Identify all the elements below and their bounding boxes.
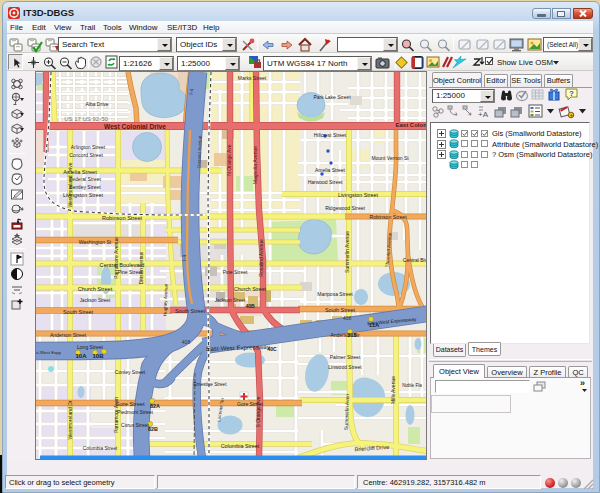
- svg-text:S Orange Ave: S Orange Ave: [255, 396, 261, 427]
- svg-text:South Street: South Street: [325, 307, 355, 313]
- svg-text:Concord Street: Concord Street: [69, 152, 103, 158]
- svg-text:Church Street: Church Street: [234, 286, 267, 292]
- svg-text:Harwood Street: Harwood Street: [308, 179, 343, 185]
- svg-text:Marks Street: Marks Street: [238, 75, 267, 81]
- svg-text:Church Street: Church Street: [78, 286, 113, 292]
- svg-text:318: 318: [348, 332, 357, 338]
- svg-text:40B: 40B: [245, 303, 255, 309]
- svg-text:I-4: I-4: [181, 255, 187, 261]
- svg-text:Hillcrest Street: Hillcrest Street: [314, 132, 347, 138]
- svg-text:Columbia Street: Columbia Street: [221, 443, 260, 449]
- svg-text:Central Blv: Central Blv: [403, 257, 426, 263]
- svg-text:Federal Street: Federal Street: [69, 176, 101, 182]
- svg-text:Mills Avenue: Mills Avenue: [390, 376, 396, 404]
- svg-text:Linwood Street: Linwood Street: [328, 364, 362, 370]
- svg-text:South Street: South Street: [175, 308, 205, 314]
- svg-text:Park Lake Street: Park Lake Street: [313, 94, 351, 100]
- svg-text:Summerlin Aven: Summerlin Aven: [343, 393, 350, 430]
- svg-text:Parramore Avenue: Parramore Avenue: [113, 237, 119, 279]
- svg-text:Palmer Street: Palmer Street: [330, 354, 361, 360]
- svg-text:Ernestine Street: Ernestine Street: [194, 382, 228, 387]
- svg-text:408: 408: [182, 339, 191, 345]
- svg-text:?: ?: [569, 89, 574, 98]
- svg-text:Amelia Street: Amelia Street: [315, 167, 346, 173]
- svg-text:Arlington Street: Arlington Street: [71, 144, 106, 150]
- svg-text:10B: 10B: [92, 353, 104, 359]
- svg-text:N Orange Ave: N Orange Ave: [226, 144, 232, 176]
- svg-text:st-West Expy: st-West Expy: [36, 350, 62, 355]
- svg-text:Piedmont Street: Piedmont Street: [117, 409, 153, 415]
- svg-text:82A: 82A: [150, 403, 160, 409]
- svg-text:US 17:US 92-50: US 17:US 92-50: [64, 116, 108, 122]
- svg-text:408: 408: [343, 315, 352, 321]
- svg-text:10A: 10A: [75, 353, 87, 359]
- svg-text:+: +: [570, 112, 573, 118]
- svg-text:Anderson Street: Anderson Street: [50, 332, 87, 338]
- svg-text:Rosalind Avenue: Rosalind Avenue: [258, 239, 264, 277]
- svg-text:Noble Fla: Noble Fla: [402, 383, 422, 388]
- svg-text:Robinson Street: Robinson Street: [369, 214, 407, 220]
- svg-text:Long Street: Long Street: [77, 344, 103, 350]
- svg-text:Citrus Street: Citrus Street: [121, 422, 149, 428]
- svg-text:82B: 82B: [148, 426, 158, 432]
- svg-text:Westmoreland Dr: Westmoreland Dr: [67, 400, 73, 439]
- svg-text:Division Avenue: Division Avenue: [139, 251, 144, 284]
- svg-text:+A: +A: [478, 110, 489, 119]
- svg-text:Alba Drive: Alba Drive: [85, 101, 108, 107]
- svg-text:Mount Vernon St: Mount Vernon St: [371, 155, 409, 161]
- svg-text:Conley Street: Conley Street: [115, 369, 146, 375]
- svg-text:Summerlin Avenue: Summerlin Avenue: [344, 231, 350, 273]
- svg-text:Robinson Street: Robinson Street: [102, 215, 143, 221]
- svg-text:Jackson Street: Jackson Street: [80, 298, 111, 303]
- svg-text:Mariposa Street: Mariposa Street: [317, 291, 353, 297]
- svg-text:Columbia Street: Columbia Street: [83, 446, 118, 451]
- svg-text:Gore Street: Gore Street: [116, 401, 145, 407]
- svg-text:Livingston Street: Livingston Street: [338, 192, 379, 198]
- svg-text:Westmoreland Drive: Westmoreland Drive: [67, 162, 73, 207]
- svg-text:Parramore Aven: Parramore Aven: [113, 397, 119, 433]
- svg-text:South Street: South Street: [63, 309, 93, 315]
- svg-text:Pine Street: Pine Street: [223, 269, 248, 275]
- svg-text:Ridgewood Street: Ridgewood Street: [325, 205, 365, 211]
- svg-text:Magnolia Avenue: Magnolia Avenue: [252, 146, 258, 184]
- svg-text:East Coloni: East Coloni: [395, 122, 426, 128]
- svg-text:West Colonial Drive: West Colonial Drive: [104, 123, 166, 130]
- svg-text:Washington St: Washington St: [79, 239, 112, 245]
- svg-text:40C: 40C: [267, 346, 277, 352]
- svg-text:11A: 11A: [369, 322, 380, 328]
- svg-text:Bentley Street: Bentley Street: [69, 184, 101, 190]
- svg-text:Jackson Street: Jackson Street: [215, 298, 246, 303]
